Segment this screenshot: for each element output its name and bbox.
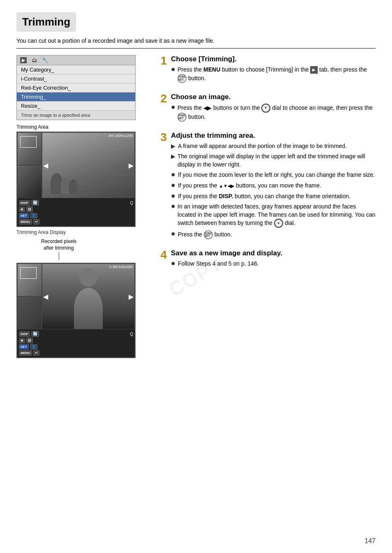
camera-screen-1: 2M 1600x1200 ◀ ▶	[16, 132, 136, 227]
step-3-text-3: If you move the zoom lever to the left o…	[178, 171, 375, 179]
camera-screen-2: 0.3M 640x480 ◀ ▶ DISP 🔄	[16, 263, 136, 358]
step-1-item-1: ● Press the MENU button to choose [Trimm…	[171, 66, 376, 83]
arrow-bullet-2: ▶	[171, 153, 175, 161]
step-4-text-1: Follow Steps 4 and 5 on p. 146.	[178, 260, 259, 268]
menu-button-2: MENU	[19, 350, 32, 356]
step-3-title: Adjust the trimming area.	[171, 132, 376, 140]
zoom-indicator-1: Q	[130, 201, 133, 205]
page-number: 147	[364, 537, 376, 545]
transfer-button-1: 🔄	[31, 200, 39, 206]
asterisk-btn-1: ⊕	[19, 207, 25, 212]
menu-item-redeyecorrection[interactable]: Red-Eye Correction_	[17, 83, 135, 93]
folder-icon: 🗂	[32, 57, 37, 63]
camera-controls-2: DISP 🔄 Q ⊕ ⊟ SET 👤 MENU	[17, 329, 135, 357]
camera-image-grid-2: 0.3M 640x480 ◀ ▶	[17, 264, 135, 329]
trimming-area-display-label: Trimming Area Display	[16, 229, 148, 235]
step-3-item-7: ● Press the FUNCSET button.	[171, 230, 376, 239]
menu-item-resize[interactable]: Resize_	[17, 102, 135, 111]
step-3-item-5: ● If you press the DISP. button, you can…	[171, 192, 376, 201]
step-4-title: Save as a new image and display.	[171, 249, 376, 257]
step-3-text-2: The original image will display in the u…	[178, 153, 376, 169]
intro-text: You can cut out a portion of a recorded …	[16, 37, 376, 49]
right-column: COPY 1 Choose [Trimming]. ● Press the ME…	[156, 55, 376, 278]
step-3-text-4: If you press the ▲▼◀▶ buttons, you can m…	[178, 182, 321, 190]
recorded-pixels-annotation: Recorded pixelsafter trimming	[41, 238, 148, 260]
step-2-item-1: ● Press the ◀▶ buttons or turn the dial …	[171, 104, 376, 122]
bullet-8: ●	[171, 259, 175, 267]
bullet-3: ●	[171, 171, 175, 178]
dial-icon	[261, 104, 270, 113]
step-2: 2 Choose an image. ● Press the ◀▶ button…	[156, 93, 376, 124]
set-button-2: SET	[19, 344, 29, 349]
bullet-icon: ●	[171, 65, 175, 73]
back-btn-1: ↩	[33, 219, 39, 224]
step-3-item-2: ▶ The original image will display in the…	[171, 153, 376, 169]
step-1-content: Choose [Trimming]. ● Press the MENU butt…	[171, 55, 376, 86]
step-number-3: 3	[156, 132, 167, 143]
step-number-2: 2	[156, 93, 167, 104]
face-btn-2: 👤	[30, 344, 37, 349]
disp-button-2: DISP	[19, 331, 30, 337]
step-3-text-7: Press the FUNCSET button.	[178, 230, 232, 239]
bullet-6: ●	[171, 202, 175, 210]
resolution-label-2: 0.3M 640x480	[109, 265, 133, 269]
nav-left-arrow: ◀	[43, 162, 48, 169]
func-set-btn-1: FUNCSET	[178, 74, 187, 83]
step-4-content: Save as a new image and display. ● Follo…	[171, 249, 376, 271]
camera-small-top-image	[17, 132, 42, 165]
nav-left-2: ◀	[43, 293, 48, 301]
left-column: ▶ 🗂 🔧 My Category_ i-Contrast_ Red-Eye C…	[16, 55, 148, 358]
step-3-item-4: ● If you press the ▲▼◀▶ buttons, you can…	[171, 182, 376, 190]
step-3-text-5: If you press the DISP. button, you can c…	[178, 192, 350, 201]
step-2-title: Choose an image.	[171, 93, 376, 101]
lr-arrows-icon: ◀▶	[203, 105, 212, 111]
step-number-4: 4	[156, 249, 167, 261]
step-3-text-6: In an image with detected faces, gray fr…	[178, 203, 376, 228]
menu-item-icontrast[interactable]: i-Contrast_	[17, 74, 135, 83]
bullet-7: ●	[171, 230, 175, 237]
trimming-area-label: Trimming Area	[16, 124, 148, 130]
step-3-item-1: ▶ A frame will appear around the portion…	[171, 142, 376, 150]
direction-arrows-icon: ▲▼◀▶	[219, 183, 234, 188]
step-3-content: Adjust the trimming area. ▶ A frame will…	[171, 132, 376, 242]
menu-description: Trims an image to a specified area	[17, 111, 135, 120]
step-3-item-6: ● In an image with detected faces, gray …	[171, 203, 376, 228]
step-3-text-1: A frame will appear around the portion o…	[178, 142, 347, 150]
nav-right-arrow: ▶	[129, 162, 134, 169]
disp-special-icon: DISP.	[219, 193, 233, 199]
step-2-content: Choose an image. ● Press the ◀▶ buttons …	[171, 93, 376, 124]
transfer-button-2: 🔄	[31, 331, 39, 337]
menu-button-1: MENU	[19, 219, 32, 224]
func-set-btn-3: FUNCSET	[204, 230, 213, 239]
page-title: Trimming	[16, 12, 76, 32]
menu-item-trimming[interactable]: Trimming_	[17, 93, 135, 102]
play-tab-icon: ▶	[310, 66, 318, 74]
step-number-1: 1	[156, 55, 167, 67]
nav-right-2: ▶	[129, 293, 134, 301]
step-1: 1 Choose [Trimming]. ● Press the MENU bu…	[156, 55, 376, 86]
camera2-small-bottom	[17, 296, 42, 329]
camera-main-image: 2M 1600x1200 ◀ ▶	[42, 132, 135, 198]
fav-btn-1: ⊟	[26, 206, 33, 212]
set-button-1: SET	[19, 213, 29, 218]
step-4: 4 Save as a new image and display. ● Fol…	[156, 249, 376, 271]
asterisk-btn-2: ⊕	[19, 338, 25, 343]
menu-header: ▶ 🗂 🔧	[17, 56, 135, 65]
camera-small-bottom-image	[17, 165, 42, 198]
func-set-btn-2: FUNCSET	[178, 113, 187, 122]
step-3: 3 Adjust the trimming area. ▶ A frame wi…	[156, 132, 376, 242]
step-4-item-1: ● Follow Steps 4 and 5 on p. 146.	[171, 260, 376, 268]
bullet-5: ●	[171, 192, 175, 199]
back-btn-2: ↩	[33, 350, 39, 356]
face-btn-1: 👤	[30, 213, 37, 218]
step-1-text-1: Press the MENU button to choose [Trimmin…	[178, 66, 376, 83]
bullet-4: ●	[171, 181, 175, 189]
menu-item-mycategory[interactable]: My Category_	[17, 65, 135, 74]
step-2-text-1: Press the ◀▶ buttons or turn the dial to…	[178, 104, 376, 122]
play-icon: ▶	[20, 57, 27, 63]
fav-btn-2: ⊟	[26, 338, 33, 343]
resolution-label-1: 2M 1600x1200	[108, 134, 133, 138]
step-1-title: Choose [Trimming].	[171, 55, 376, 63]
dial-icon-2	[274, 219, 283, 228]
disp-button-1: DISP	[19, 200, 30, 206]
